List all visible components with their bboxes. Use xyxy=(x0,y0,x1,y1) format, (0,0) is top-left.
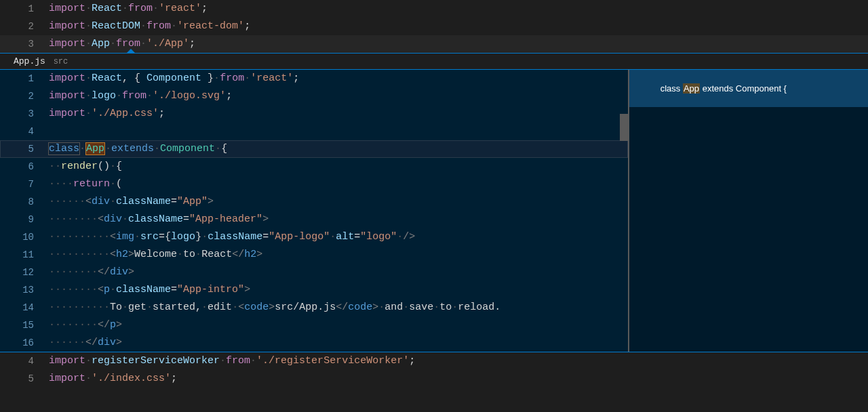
code-content[interactable]: import·React, { Component }·from·'react'… xyxy=(49,70,299,87)
line-number: 11 xyxy=(0,246,49,264)
line-number: 12 xyxy=(0,264,49,281)
peek-view: 1import·React, { Component }·from·'react… xyxy=(0,69,868,352)
code-line[interactable]: 5import·'./index.css'; xyxy=(0,370,868,388)
code-content[interactable]: ········</p> xyxy=(49,316,122,334)
code-content[interactable]: ······<div·className="App"> xyxy=(49,193,214,211)
peek-scrollbar[interactable] xyxy=(620,114,628,141)
code-content[interactable]: ····return·( xyxy=(49,176,122,193)
code-content[interactable]: ··········<h2>Welcome·to·React</h2> xyxy=(49,246,262,264)
outer-editor[interactable]: 1import·React·from·'react';2import·React… xyxy=(0,0,868,53)
code-line[interactable]: 8······<div·className="App"> xyxy=(0,193,628,211)
code-line[interactable]: 6··render()·{ xyxy=(0,158,628,176)
code-content[interactable]: ··········To·get·started,·edit·<code>src… xyxy=(49,299,500,316)
line-number: 3 xyxy=(0,35,49,53)
code-content[interactable]: import·registerServiceWorker·from·'./reg… xyxy=(49,352,415,370)
peek-references-list[interactable]: class App extends Component { xyxy=(629,70,868,352)
code-line[interactable]: 1import·React, { Component }·from·'react… xyxy=(0,70,628,87)
code-line[interactable]: 4import·registerServiceWorker·from·'./re… xyxy=(0,352,868,370)
code-content[interactable]: ········<p·className="App-intro"> xyxy=(49,281,250,299)
line-number: 5 xyxy=(0,370,49,388)
reference-item[interactable]: class App extends Component { xyxy=(629,70,868,107)
line-number: 7 xyxy=(0,176,49,193)
line-number: 14 xyxy=(0,299,49,316)
code-line[interactable]: 1import·React·from·'react'; xyxy=(0,0,868,18)
code-line[interactable]: 13········<p·className="App-intro"> xyxy=(0,281,628,299)
code-content[interactable]: class·App·extends·Component·{ xyxy=(49,140,227,158)
line-number: 1 xyxy=(0,70,49,87)
code-line[interactable]: 12········</div> xyxy=(0,264,628,281)
code-line[interactable]: 5class·App·extends·Component·{ xyxy=(0,140,628,158)
line-number: 4 xyxy=(0,352,49,370)
code-content[interactable]: import·'./App.css'; xyxy=(49,105,165,123)
code-line[interactable]: 2import·logo·from·'./logo.svg'; xyxy=(0,87,628,105)
line-number: 9 xyxy=(0,211,49,228)
peek-arrow-icon xyxy=(126,49,136,54)
peek-header[interactable]: App.js src xyxy=(0,53,868,69)
line-number: 10 xyxy=(0,228,49,246)
code-content[interactable]: ··········<img·src={logo}·className="App… xyxy=(49,228,415,246)
code-line[interactable]: 16······</div> xyxy=(0,334,628,352)
code-line[interactable]: 14··········To·get·started,·edit·<code>s… xyxy=(0,299,628,316)
code-content[interactable]: import·React·from·'react'; xyxy=(49,0,208,18)
line-number: 2 xyxy=(0,18,49,35)
line-number: 15 xyxy=(0,316,49,334)
peek-filename: App.js xyxy=(14,56,45,66)
line-number: 1 xyxy=(0,0,49,18)
code-line[interactable]: 2import·ReactDOM·from·'react-dom'; xyxy=(0,18,868,35)
line-number: 13 xyxy=(0,281,49,299)
line-number: 8 xyxy=(0,193,49,211)
peek-code-editor[interactable]: 1import·React, { Component }·from·'react… xyxy=(0,70,629,352)
line-number: 2 xyxy=(0,87,49,105)
code-content[interactable]: import·logo·from·'./logo.svg'; xyxy=(49,87,232,105)
code-content[interactable]: import·ReactDOM·from·'react-dom'; xyxy=(49,18,250,35)
code-line[interactable]: 10··········<img·src={logo}·className="A… xyxy=(0,228,628,246)
code-content[interactable]: ······</div> xyxy=(49,334,122,352)
line-number: 16 xyxy=(0,334,49,352)
outer-editor-after[interactable]: 4import·registerServiceWorker·from·'./re… xyxy=(0,352,868,388)
line-number: 4 xyxy=(0,123,49,140)
code-line[interactable]: 9········<div·className="App-header"> xyxy=(0,211,628,228)
code-content[interactable]: ········<div·className="App-header"> xyxy=(49,211,269,228)
code-line[interactable]: 3import·'./App.css'; xyxy=(0,105,628,123)
code-line[interactable]: 7····return·( xyxy=(0,176,628,193)
code-line[interactable]: 15········</p> xyxy=(0,316,628,334)
line-number: 6 xyxy=(0,158,49,176)
peek-path: src xyxy=(54,57,68,66)
code-line[interactable]: 4 xyxy=(0,123,628,140)
line-number: 5 xyxy=(0,140,49,158)
line-number: 3 xyxy=(0,105,49,123)
code-line[interactable]: 11··········<h2>Welcome·to·React</h2> xyxy=(0,246,628,264)
code-content[interactable]: import·'./index.css'; xyxy=(49,370,177,388)
code-content[interactable]: ········</div> xyxy=(49,264,134,281)
code-content[interactable]: import·App·from·'./App'; xyxy=(49,35,195,53)
code-content[interactable]: ··render()·{ xyxy=(49,158,122,176)
